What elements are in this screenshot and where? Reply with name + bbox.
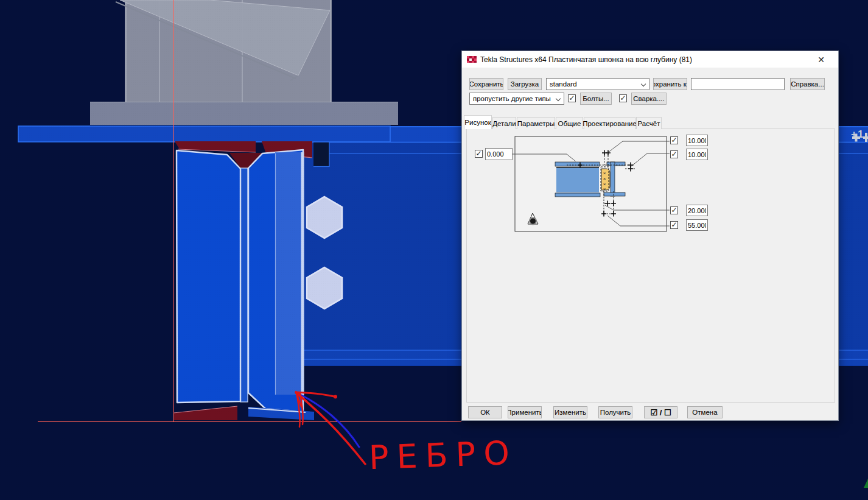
get-button[interactable]: Получить: [598, 406, 632, 418]
settings-profile-select[interactable]: standard: [546, 78, 649, 90]
ok-button[interactable]: ОК: [468, 406, 502, 418]
welds-button[interactable]: Сварка....: [631, 93, 667, 105]
picture-tab-page: [466, 129, 835, 403]
top-gap-2-checkbox[interactable]: [670, 150, 678, 158]
bottom-gap-2-field[interactable]: [686, 219, 708, 231]
chevron-down-icon: [556, 96, 561, 101]
bolts-button[interactable]: Болты...: [580, 93, 612, 105]
tab-parts[interactable]: Детали: [492, 117, 516, 129]
welds-checkbox[interactable]: [619, 94, 627, 102]
top-gap-1-checkbox[interactable]: [670, 136, 678, 144]
tab-analysis[interactable]: Расчёт: [636, 117, 662, 129]
tab-design[interactable]: Проектирование: [584, 117, 635, 129]
joint-properties-dialog: Tekla Structures x64 Пластинчатая шпонка…: [461, 51, 839, 421]
bottom-gap-1-checkbox[interactable]: [670, 206, 678, 214]
cancel-button[interactable]: Отмена: [687, 406, 723, 418]
top-gap-2-field[interactable]: [686, 149, 708, 160]
ignore-other-types-value: пропустить другие типы: [473, 95, 551, 102]
handwritten-annotation: РЕБРО: [368, 434, 518, 477]
left-offset-checkbox[interactable]: [475, 150, 483, 158]
chevron-down-icon: [641, 82, 646, 86]
help-button[interactable]: Справка...: [790, 78, 825, 90]
settings-profile-value: standard: [550, 80, 577, 88]
snap-hint-label: +1: [851, 129, 868, 141]
left-offset-field[interactable]: [485, 148, 513, 160]
bottom-gap-2-checkbox[interactable]: [670, 221, 678, 229]
toggle-all-checkboxes-button[interactable]: ☑ / ☐: [644, 406, 677, 418]
modify-button[interactable]: Изменить: [553, 406, 587, 418]
apply-button[interactable]: Применить: [508, 406, 542, 418]
tekla-logo-icon: [467, 55, 477, 65]
ignore-other-types-select[interactable]: пропустить другие типы: [469, 93, 564, 105]
axis-arrow-icon: [864, 479, 868, 488]
tekla-application: РЕБРО Tekla Structures x64 Пластинчатая …: [0, 0, 868, 500]
save-button[interactable]: Сохранить: [469, 78, 503, 90]
tab-general[interactable]: Общие: [556, 117, 583, 129]
close-icon[interactable]: ✕: [809, 51, 833, 68]
load-button[interactable]: Загрузка: [508, 78, 542, 90]
tab-picture[interactable]: Рисунок: [464, 115, 492, 129]
top-gap-1-field[interactable]: [686, 135, 708, 146]
bottom-gap-1-field[interactable]: [686, 205, 708, 216]
bolts-checkbox[interactable]: [568, 94, 576, 102]
save-as-name-input[interactable]: [691, 78, 785, 90]
tab-parameters[interactable]: Параметры: [517, 117, 555, 129]
dialog-titlebar[interactable]: Tekla Structures x64 Пластинчатая шпонка…: [462, 51, 838, 68]
save-as-button[interactable]: Сохранить как: [653, 78, 687, 90]
dialog-title: Tekla Structures x64 Пластинчатая шпонка…: [480, 55, 692, 64]
